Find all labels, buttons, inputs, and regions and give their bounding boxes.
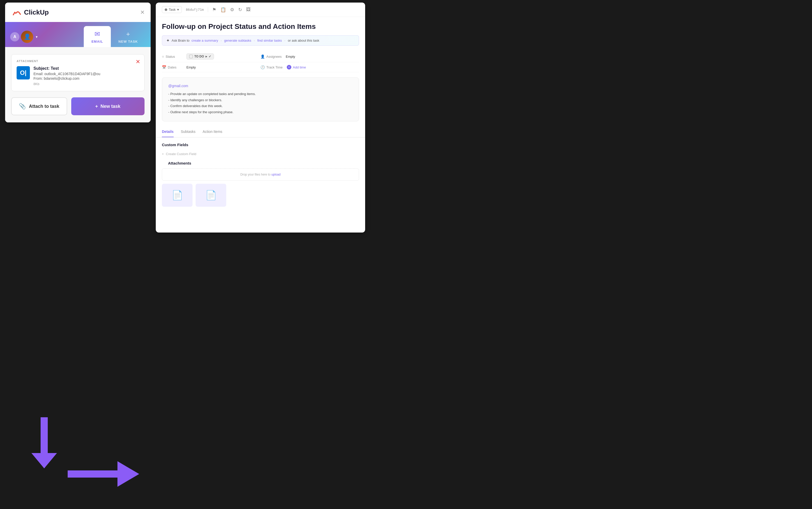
attachment-from: From: bdaniels@clickup.com — [33, 76, 139, 80]
track-time-field-row: 🕐 Track Time + Add time — [260, 62, 359, 72]
task-type-chevron-icon: ▾ — [177, 8, 179, 11]
drop-zone[interactable]: Drop your files here to upload — [162, 168, 359, 181]
tab-subtasks[interactable]: Subtasks — [181, 127, 195, 137]
status-badge[interactable]: TO DO ▸ ✓ — [186, 54, 214, 60]
new-task-plus-icon: + — [95, 104, 98, 109]
calendar-icon: 📅 — [162, 65, 166, 69]
down-arrow-container — [28, 417, 61, 469]
logo-area: ClickUp — [11, 7, 49, 18]
ai-spark-icon: ✦ — [166, 38, 170, 43]
assignees-field-row: 👤 Assignees Empty — [260, 51, 359, 62]
tab-new-task-label: NEW TASK — [118, 40, 138, 43]
ai-prompt: Ask Brain to — [172, 39, 189, 42]
attachment-section-label: ATTACHMENT — [16, 60, 139, 63]
detail-tabs: Details Subtasks Action Items — [156, 127, 365, 137]
create-custom-field-plus-icon: + — [162, 152, 164, 156]
dates-field-label: 📅 Dates — [162, 65, 182, 69]
attachment-close-button[interactable]: ✕ — [136, 59, 140, 65]
ai-link-similar[interactable]: find similar tasks — [257, 39, 282, 42]
avatar-letter: A — [10, 32, 20, 41]
tab-new-task[interactable]: + NEW TASK — [111, 26, 146, 47]
clock-icon: 🕐 — [260, 65, 265, 69]
attachments-section: Attachments Drop your files here to uplo… — [156, 161, 365, 207]
add-time-label: Add time — [293, 65, 306, 69]
custom-fields-title: Custom Fields — [156, 143, 365, 150]
attachment-thumb-1[interactable]: 📄 — [162, 184, 192, 207]
task-type-dot — [165, 8, 167, 11]
attachment-body: O| Subject: Test Email: outlook_4C1067B1… — [16, 66, 139, 86]
right-panel: Task ▾ 86dufj71m ⚑ 📋 ⚙ ↻ 🖼 Follow-up on … — [156, 3, 365, 233]
ai-dot-2: · — [254, 39, 255, 42]
ai-link-summary[interactable]: create a summary — [191, 39, 218, 42]
app-title: ClickUp — [24, 8, 49, 16]
svg-marker-4 — [117, 461, 139, 487]
dates-label-text: Dates — [168, 65, 177, 69]
flag-icon[interactable]: ⚑ — [212, 7, 216, 12]
create-custom-field-button[interactable]: + Create Custom Field — [156, 150, 365, 161]
fields-grid: ○ Status TO DO ▸ ✓ 👤 Assignees Empty 📅 D… — [156, 51, 365, 77]
plus-icon: + — [126, 30, 130, 38]
attachments-title: Attachments — [162, 161, 359, 168]
email-link[interactable]: @gmail.com — [168, 84, 353, 88]
down-arrow-icon — [28, 417, 61, 468]
panel-header: ClickUp × — [5, 3, 151, 22]
email-body-line-4: - Outline next steps for the upcoming ph… — [168, 109, 353, 115]
email-content-box: @gmail.com - Provide an update on comple… — [162, 77, 359, 122]
add-time-circle-icon: + — [287, 65, 291, 69]
close-button[interactable]: × — [141, 9, 145, 16]
attach-to-task-label: Attach to task — [29, 104, 59, 109]
new-task-button[interactable]: + New task — [71, 97, 145, 115]
tab-email[interactable]: ✉ EMAIL — [84, 26, 111, 47]
tab-details[interactable]: Details — [162, 127, 174, 137]
clipboard-icon[interactable]: 📋 — [220, 7, 226, 12]
status-check-icon — [189, 55, 193, 58]
status-field-row: ○ Status TO DO ▸ ✓ — [162, 51, 260, 62]
tab-email-label: EMAIL — [91, 40, 103, 43]
ai-link-subtasks[interactable]: generate subtasks — [224, 39, 251, 42]
attachment-info: Subject: Test Email: outlook_4C1067B1D4D… — [33, 66, 139, 86]
right-arrow-container — [68, 457, 139, 491]
assignees-value: Empty — [286, 55, 295, 59]
attach-to-task-button[interactable]: 📎 Attach to task — [11, 97, 67, 115]
svg-marker-2 — [31, 453, 57, 468]
attachment-thumb-2[interactable]: 📄 — [195, 184, 226, 207]
assignees-icon: 👤 — [260, 55, 265, 59]
ai-dot-3: · — [285, 39, 286, 42]
track-time-field-label: 🕐 Track Time — [260, 65, 283, 69]
status-icon: ○ — [162, 55, 164, 59]
upload-link[interactable]: upload — [271, 173, 281, 176]
image-icon[interactable]: 🖼 — [246, 7, 251, 12]
outlook-icon: O| — [16, 66, 30, 79]
assignees-field-label: 👤 Assignees — [260, 55, 282, 59]
status-label-text: Status — [165, 55, 175, 59]
refresh-icon[interactable]: ↻ — [238, 7, 242, 12]
attachment-card: ATTACHMENT ✕ O| Subject: Test Email: out… — [11, 54, 145, 91]
task-id: 86dufj71m — [186, 8, 204, 11]
panel-content: ATTACHMENT ✕ O| Subject: Test Email: out… — [5, 47, 151, 123]
status-field-label: ○ Status — [162, 55, 182, 59]
tab-action-items[interactable]: Action Items — [203, 127, 222, 137]
left-panel: ClickUp × A 👤 ▾ ✉ EMAIL + NEW TASK ATTAC… — [5, 3, 151, 123]
status-confirm-icon: ✓ — [209, 55, 211, 58]
attachment-subject: Subject: Test — [33, 66, 139, 71]
create-custom-field-label: Create Custom Field — [166, 152, 196, 156]
status-value: TO DO — [194, 55, 204, 58]
track-time-label-text: Track Time — [266, 65, 283, 69]
task-type-badge[interactable]: Task ▾ — [162, 6, 182, 13]
right-arrow-icon — [68, 457, 139, 490]
email-icon: ✉ — [95, 30, 100, 38]
avatar-chevron-icon[interactable]: ▾ — [36, 35, 38, 39]
task-type-label: Task — [169, 8, 176, 11]
settings-icon[interactable]: ⚙ — [230, 7, 234, 12]
drop-zone-text: Drop your files here to — [240, 173, 270, 176]
email-body-line-2: - Identify any challenges or blockers. — [168, 97, 353, 103]
dates-field-row: 📅 Dates Empty — [162, 62, 260, 72]
new-task-label: New task — [100, 104, 120, 109]
paperclip-icon: 📎 — [19, 103, 26, 110]
task-toolbar: Task ▾ 86dufj71m ⚑ 📋 ⚙ ↻ 🖼 — [156, 3, 365, 17]
status-chevron-icon: ▸ — [206, 55, 207, 58]
tabs-area: A 👤 ▾ ✉ EMAIL + NEW TASK — [5, 22, 151, 47]
ai-dot-1: · — [221, 39, 222, 42]
clickup-logo-icon — [11, 7, 22, 18]
add-time-button[interactable]: + Add time — [287, 65, 306, 69]
